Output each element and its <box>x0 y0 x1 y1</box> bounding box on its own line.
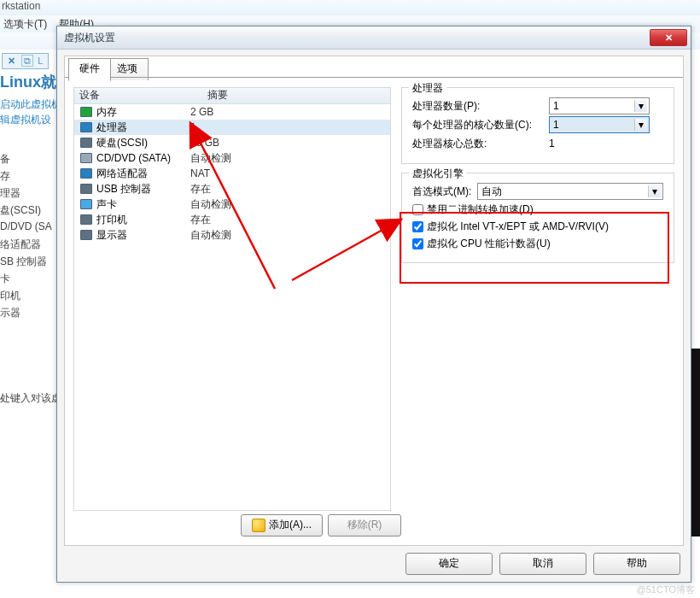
device-name: 处理器 <box>96 120 127 135</box>
dialog-title: 虚拟机设置 <box>64 31 115 45</box>
virt-engine-legend: 虚拟化引擎 <box>409 167 467 181</box>
device-summary: 2 GB <box>190 106 390 118</box>
device-icon <box>79 198 93 210</box>
device-summary: 20 GB <box>190 137 390 149</box>
tab-options-label: 选项 <box>117 62 137 74</box>
processors-group: 处理器 处理器数量(P): 1 ▾ 每个处理器的核心数量(C): <box>401 87 674 164</box>
device-name: USB 控制器 <box>96 182 151 196</box>
watermark: @51CTO博客 <box>637 583 695 596</box>
tab-content: 设备 摘要 内存2 GB处理器1硬盘(SCSI)20 GBCD/DVD (SAT… <box>70 84 678 540</box>
device-buttons: 添加(A)... 移除(R) <box>241 514 401 536</box>
host-aside-item: 存 <box>0 169 10 184</box>
device-icon <box>79 152 93 164</box>
device-icon <box>79 183 93 195</box>
menu-tabs[interactable]: 选项卡(T) <box>3 17 47 32</box>
preferred-mode-label: 首选模式(M): <box>412 185 477 199</box>
device-row[interactable]: 网络适配器NAT <box>74 166 390 181</box>
device-row[interactable]: 内存2 GB <box>74 104 390 120</box>
host-aside-item: 盘(SCSI) <box>0 203 41 218</box>
num-procs-value: 1 <box>553 100 559 112</box>
device-icon <box>79 106 93 118</box>
chevron-down-icon: ▾ <box>634 100 647 112</box>
device-name: 显示器 <box>96 228 127 243</box>
host-footnote: 处键入对该虚 <box>0 391 61 406</box>
tab-hardware[interactable]: 硬件 <box>68 58 111 81</box>
col-summary: 摘要 <box>207 88 390 103</box>
host-aside-item: 络适配器 <box>0 237 41 252</box>
vm-settings-dialog: 虚拟机设置 ✕ 硬件 选项 设备 摘要 内存2 GB处理器1硬盘(SCSI)20… <box>56 26 691 583</box>
device-icon <box>79 214 93 226</box>
device-row[interactable]: 显示器自动检测 <box>74 227 390 243</box>
link-start-vm[interactable]: 启动此虚拟机 <box>0 97 61 112</box>
device-icon <box>79 137 93 149</box>
device-summary: 自动检测 <box>190 197 390 212</box>
device-summary: 自动检测 <box>190 228 390 243</box>
device-icon <box>79 167 93 179</box>
cancel-button[interactable]: 取消 <box>499 553 586 575</box>
num-procs-label: 处理器数量(P): <box>412 99 549 114</box>
ok-label: 确定 <box>439 556 459 571</box>
chevron-down-icon: ▾ <box>634 119 647 131</box>
total-cores-value: 1 <box>549 138 663 150</box>
remove-device-label: 移除(R) <box>347 518 382 532</box>
cancel-label: 取消 <box>533 556 553 571</box>
device-name: 硬盘(SCSI) <box>96 136 148 150</box>
close-button[interactable]: ✕ <box>650 29 687 46</box>
host-tab[interactable]: ✕ ⧉ L <box>2 53 49 69</box>
help-label: 帮助 <box>627 556 647 571</box>
device-row[interactable]: USB 控制器存在 <box>74 181 390 196</box>
device-name: 内存 <box>96 105 117 120</box>
device-list: 设备 摘要 内存2 GB处理器1硬盘(SCSI)20 GBCD/DVD (SAT… <box>73 87 391 511</box>
host-aside-item: 备 <box>0 152 10 167</box>
help-button[interactable]: 帮助 <box>593 553 680 575</box>
preferred-mode-select[interactable]: 自动 ▾ <box>477 183 663 200</box>
device-icon <box>79 121 93 133</box>
dialog-titlebar: 虚拟机设置 ✕ <box>57 26 691 50</box>
device-summary: 存在 <box>190 182 390 196</box>
total-cores-label: 处理器核心总数: <box>412 137 549 151</box>
device-summary: 存在 <box>190 213 390 227</box>
device-row[interactable]: 处理器1 <box>74 120 390 135</box>
device-list-header: 设备 摘要 <box>74 88 390 104</box>
device-summary: 1 <box>190 121 390 133</box>
num-procs-select[interactable]: 1 ▾ <box>549 97 650 114</box>
dialog-footer: 确定 取消 帮助 <box>405 553 680 575</box>
link-edit-settings[interactable]: 辑虚拟机设 <box>0 113 51 127</box>
preferred-mode-value: 自动 <box>481 185 502 199</box>
host-aside-item: D/DVD (SA <box>0 220 52 232</box>
cores-per-proc-label: 每个处理器的核心数量(C): <box>412 118 549 132</box>
cores-per-proc-select[interactable]: 1 ▾ <box>549 116 650 133</box>
host-aside-item: 示器 <box>0 306 20 320</box>
device-row[interactable]: 打印机存在 <box>74 212 390 227</box>
ok-button[interactable]: 确定 <box>405 553 493 575</box>
host-aside-item: 印机 <box>0 289 20 303</box>
device-icon <box>79 229 93 241</box>
device-row[interactable]: CD/DVD (SATA)自动检测 <box>74 150 390 166</box>
right-panel: 处理器 处理器数量(P): 1 ▾ 每个处理器的核心数量(C): <box>401 87 674 536</box>
host-title-text: rkstation <box>2 0 40 12</box>
device-name: 声卡 <box>96 197 117 212</box>
device-name: 打印机 <box>96 213 127 227</box>
device-summary: NAT <box>190 167 390 179</box>
device-summary: 自动检测 <box>190 151 390 166</box>
host-aside-item: SB 控制器 <box>0 255 47 269</box>
tabbar: 硬件 选项 <box>65 56 683 77</box>
device-row[interactable]: 硬盘(SCSI)20 GB <box>74 135 390 150</box>
remove-device-button[interactable]: 移除(R) <box>328 514 401 536</box>
close-icon: ✕ <box>665 32 673 44</box>
vm-title: Linux就 <box>0 72 56 92</box>
device-name: CD/DVD (SATA) <box>96 152 171 164</box>
add-device-label: 添加(A)... <box>269 518 312 532</box>
host-aside-item: 卡 <box>0 272 10 286</box>
add-device-button[interactable]: 添加(A)... <box>241 514 323 536</box>
host-tab-label: L <box>38 56 43 66</box>
cores-per-proc-value: 1 <box>553 119 559 131</box>
host-aside-item: 理器 <box>0 186 20 201</box>
chevron-down-icon: ▾ <box>648 185 661 197</box>
processors-legend: 处理器 <box>409 81 446 96</box>
dialog-body: 硬件 选项 设备 摘要 内存2 GB处理器1硬盘(SCSI)20 GBCD/DV… <box>64 56 684 546</box>
device-row[interactable]: 声卡自动检测 <box>74 196 390 212</box>
host-titlebar: rkstation <box>0 0 700 16</box>
col-device: 设备 <box>74 88 207 103</box>
annotation-red-box <box>400 212 669 284</box>
